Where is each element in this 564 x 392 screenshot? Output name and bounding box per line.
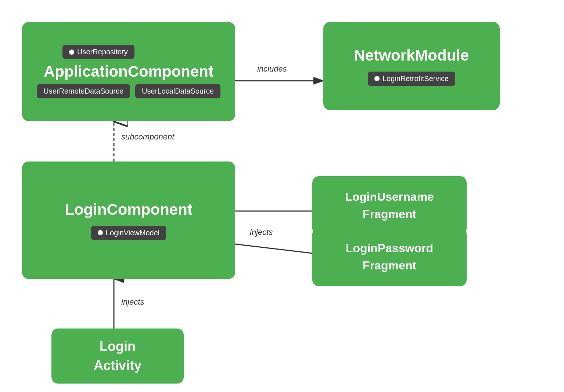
login-username-fragment-box: LoginUsername Fragment [312,176,467,235]
user-local-datasource-badge: UserLocalDataSource [135,84,220,98]
application-component-badges: UserRemoteDataSource UserLocalDataSource [37,84,220,98]
login-viewmodel-dot [98,230,103,235]
subcomponent-label: subcomponent [121,132,174,142]
network-module-label: NetworkModule [354,47,469,64]
includes-label: includes [257,64,287,74]
injects-arrow-password [235,244,312,253]
application-component-label: ApplicationComponent [44,63,213,80]
user-repository-dot [69,50,74,55]
login-retrofit-dot [374,76,380,81]
login-retrofit-service-badge: LoginRetrofitService [368,72,455,86]
application-component-box: UserRepository ApplicationComponent User… [22,22,235,121]
login-password-fragment-box: LoginPassword Fragment [312,228,467,286]
network-module-box: NetworkModule LoginRetrofitService [323,22,500,110]
login-component-box: LoginComponent LoginViewModel [22,161,235,279]
user-remote-datasource-badge: UserRemoteDataSource [37,84,130,98]
injects-label: injects [250,228,273,237]
user-repository-badge: UserRepository [62,45,134,59]
login-component-label: LoginComponent [65,201,193,218]
injects-bottom-label: injects [121,297,144,307]
diagram-container: UserRepository ApplicationComponent User… [0,0,564,392]
login-viewmodel-badge: LoginViewModel [91,226,166,240]
login-activity-box: Login Activity [51,329,184,384]
